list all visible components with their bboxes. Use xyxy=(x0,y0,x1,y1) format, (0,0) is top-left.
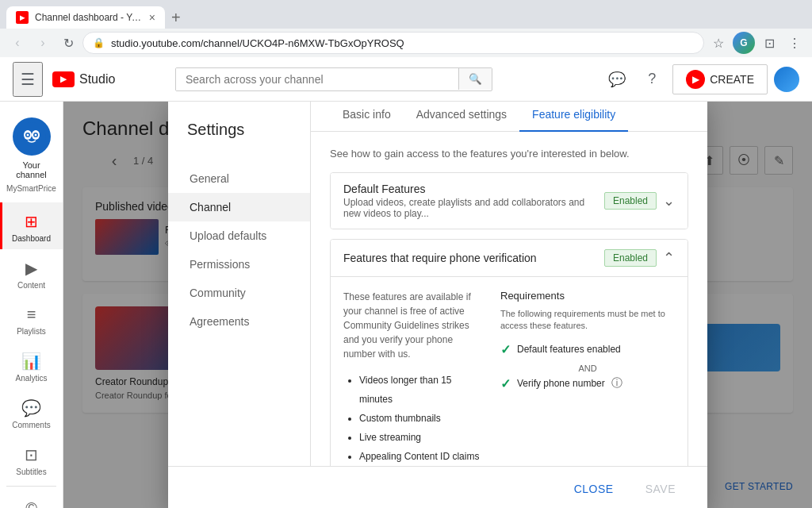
comments-icon: 💬 xyxy=(21,398,41,418)
svg-point-5 xyxy=(26,134,29,137)
svg-point-6 xyxy=(34,134,36,137)
tab-title: Channel dashboard - YouTube xyxy=(35,12,143,23)
playlists-icon: ≡ xyxy=(27,306,36,324)
tab-close-btn[interactable]: × xyxy=(149,11,155,24)
sidebar-channel-name: Your channel xyxy=(6,160,56,179)
search-input[interactable] xyxy=(176,68,458,90)
modal-save-btn[interactable]: SAVE xyxy=(633,476,688,502)
refresh-btn[interactable]: ↻ xyxy=(57,32,79,54)
modal-nav-permissions[interactable]: Permissions xyxy=(168,250,310,279)
search-bar[interactable]: 🔍 xyxy=(175,67,492,91)
default-features-info: Default Features Upload videos, create p… xyxy=(343,183,604,219)
sidebar-item-subtitles[interactable]: ⊡ Subtitles xyxy=(0,436,63,483)
owl-avatar-icon xyxy=(17,122,46,151)
phone-verification-badge: Enabled xyxy=(604,249,657,267)
sidebar-label-content: Content xyxy=(17,281,45,290)
address-bar[interactable]: 🔒 studio.youtube.com/channel/UCKO4P-n6MX… xyxy=(82,32,704,54)
svg-point-0 xyxy=(17,122,46,151)
info-icon[interactable]: ⓘ xyxy=(611,376,622,391)
requirement-text-2: Verify phone number xyxy=(517,378,605,389)
toolbar-actions: ☆ G ⊡ ⋮ xyxy=(707,32,806,54)
sidebar-label-playlists: Playlists xyxy=(17,327,46,336)
body-area: Your channel MySmartPrice ⊞ Dashboard ▶ … xyxy=(0,102,812,508)
phone-verification-info: Features that require phone verification xyxy=(343,252,537,264)
modal-nav-agreements[interactable]: Agreements xyxy=(168,307,310,336)
browser-tabs: ▶ Channel dashboard - YouTube × + xyxy=(0,0,812,29)
modal-close-btn[interactable]: CLOSE xyxy=(561,476,626,502)
sidebar-item-copyright[interactable]: © Copyright xyxy=(0,490,63,508)
channel-avatar xyxy=(13,117,51,156)
feature-list-item-2: Custom thumbnails xyxy=(359,409,481,428)
modal-nav-upload-defaults[interactable]: Upload defaults xyxy=(168,221,310,250)
content-icon: ▶ xyxy=(25,259,37,278)
phone-verification-text: These features are available if your cha… xyxy=(343,290,481,361)
browser-tab-active[interactable]: ▶ Channel dashboard - YouTube × xyxy=(6,6,165,29)
phone-verification-title: Features that require phone verification xyxy=(343,252,537,264)
modal-right-content: Basic info Advanced settings Feature eli… xyxy=(311,102,707,466)
sidebar-nav: ⊞ Dashboard ▶ Content ≡ Playlists 📊 Anal… xyxy=(0,202,63,508)
requirement-text-1: Default features enabled xyxy=(517,344,621,355)
phone-verification-expanded: These features are available if your cha… xyxy=(331,276,688,466)
studio-text: Studio xyxy=(79,72,115,87)
analytics-icon: 📊 xyxy=(21,352,41,371)
main-content: Channel dashboard ‹ 1 / 4 › ⬆ ⦿ ✎ Publis xyxy=(63,102,812,508)
help-icon-btn[interactable]: ? xyxy=(638,65,666,94)
modal-nav: Settings General Channel Upload defaults… xyxy=(168,102,311,466)
bookmark-btn[interactable]: ☆ xyxy=(707,32,730,54)
modal-nav-community[interactable]: Community xyxy=(168,279,310,307)
browser-chrome: ▶ Channel dashboard - YouTube × + ‹ › ↻ … xyxy=(0,0,812,57)
phone-verification-header: Features that require phone verification… xyxy=(331,240,688,276)
user-avatar[interactable] xyxy=(774,67,799,92)
default-features-desc: Upload videos, create playlists and add … xyxy=(343,197,604,219)
sidebar-item-analytics[interactable]: 📊 Analytics xyxy=(0,342,63,389)
modal-footer: CLOSE SAVE xyxy=(168,466,707,508)
logo: ▶ Studio xyxy=(52,71,115,87)
feature-list-item-1: Videos longer than 15 minutes xyxy=(359,371,481,409)
dashboard-icon: ⊞ xyxy=(25,212,38,231)
phone-verification-collapse-btn[interactable]: ⌃ xyxy=(663,249,675,267)
new-tab-btn[interactable]: + xyxy=(165,9,187,27)
modal-tab-content: See how to gain access to the features y… xyxy=(311,132,707,466)
modal-tabs: Basic info Advanced settings Feature eli… xyxy=(311,102,707,132)
back-btn[interactable]: ‹ xyxy=(6,32,29,54)
search-btn[interactable]: 🔍 xyxy=(458,68,492,90)
phone-verification-left: These features are available if your cha… xyxy=(343,290,481,466)
extensions-btn[interactable]: ⊡ xyxy=(758,32,780,54)
phone-verification-section: Features that require phone verification… xyxy=(330,239,688,466)
sidebar-item-dashboard[interactable]: ⊞ Dashboard xyxy=(0,202,63,249)
profile-menu-btn[interactable]: G xyxy=(733,32,755,54)
hamburger-btn[interactable]: ☰ xyxy=(13,62,43,97)
check-icon-1: ✓ xyxy=(500,342,511,357)
top-header: ☰ ▶ Studio 🔍 💬 ? ▶ CLOSE CREATE xyxy=(0,57,812,102)
modal-nav-channel[interactable]: Channel xyxy=(168,193,310,221)
browser-menu-btn[interactable]: ⋮ xyxy=(783,32,806,54)
requirement-item-1: ✓ Default features enabled xyxy=(500,342,675,357)
sidebar-item-comments[interactable]: 💬 Comments xyxy=(0,389,63,436)
phone-verification-right: Requirements The following requirements … xyxy=(500,290,675,466)
feature-list-item-4: Appealing Content ID claims xyxy=(359,447,481,466)
default-features-expand-btn[interactable]: ⌄ xyxy=(663,192,675,210)
tab-feature-eligibility[interactable]: Feature eligibility xyxy=(519,102,628,132)
youtube-icon: ▶ xyxy=(52,71,75,87)
modal-title: Settings xyxy=(187,121,291,139)
modal-nav-general[interactable]: General xyxy=(168,164,310,193)
feature-list-item-3: Live streaming xyxy=(359,428,481,447)
sidebar-channel[interactable]: Your channel MySmartPrice xyxy=(0,108,63,202)
subtitles-icon: ⊡ xyxy=(25,445,38,464)
profile-avatar: G xyxy=(733,32,755,54)
tab-basic-info[interactable]: Basic info xyxy=(330,102,404,132)
sidebar-item-content[interactable]: ▶ Content xyxy=(0,249,63,296)
settings-modal-overlay: Settings General Channel Upload defaults… xyxy=(63,102,812,508)
sidebar: Your channel MySmartPrice ⊞ Dashboard ▶ … xyxy=(0,102,63,508)
tab-advanced-settings[interactable]: Advanced settings xyxy=(404,102,519,132)
settings-modal: Settings General Channel Upload defaults… xyxy=(168,102,707,508)
create-btn[interactable]: ▶ CLOSE CREATE xyxy=(672,64,768,94)
requirements-desc: The following requirements must be met t… xyxy=(500,308,675,333)
default-features-header: Default Features Upload videos, create p… xyxy=(331,173,688,229)
requirements-title: Requirements xyxy=(500,290,675,302)
sidebar-divider xyxy=(6,486,56,487)
forward-btn[interactable]: › xyxy=(32,32,54,54)
sidebar-label-analytics: Analytics xyxy=(15,374,47,383)
sidebar-item-playlists[interactable]: ≡ Playlists xyxy=(0,296,63,342)
feedback-icon-btn[interactable]: 💬 xyxy=(603,65,631,94)
